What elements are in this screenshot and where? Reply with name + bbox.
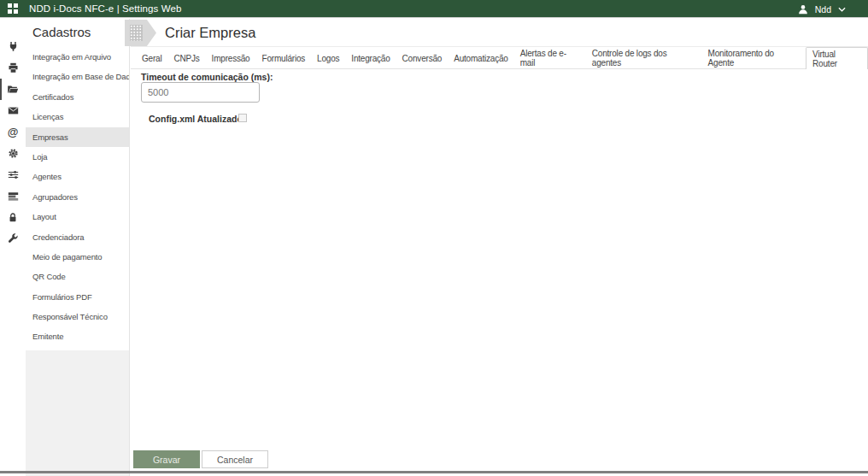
page-title: Criar Empresa <box>165 25 255 41</box>
app-title: NDD i-Docs NFC-e | Settings Web <box>29 3 181 14</box>
building-icon <box>130 25 143 41</box>
rail-item-logs[interactable] <box>0 185 26 207</box>
sidebar-item-agentes[interactable]: Agentes <box>26 167 129 186</box>
tab-alertas-de-email[interactable]: Alertas de e-mail <box>514 47 586 69</box>
sidebar-item-loja[interactable]: Loja <box>26 147 129 167</box>
user-menu[interactable]: Ndd <box>798 0 846 18</box>
sidebar-item-emitente[interactable]: Emitente <box>26 326 129 346</box>
rail-item-tools[interactable] <box>0 228 26 250</box>
tab-automatizacao[interactable]: Automatização <box>448 47 514 69</box>
tab-conversao[interactable]: Conversão <box>396 47 449 69</box>
topbar: NDD i-Docs NFC-e | Settings Web Ndd <box>0 0 868 18</box>
sidebar-item-empresas[interactable]: Empresas <box>26 127 129 147</box>
rail-item-printing[interactable] <box>0 57 26 79</box>
sidebar-item-agrupadores[interactable]: Agrupadores <box>26 187 129 207</box>
wrench-icon <box>8 233 19 244</box>
sidebar-title: Cadastros <box>26 19 129 47</box>
rail-item-preferences[interactable] <box>0 164 26 185</box>
main-content: Criar Empresa Geral CNPJs Impressão Form… <box>131 19 868 476</box>
rail-item-mail[interactable] <box>0 100 26 121</box>
rail-item-email-alerts[interactable]: @ <box>0 121 26 143</box>
sidebar-item-layout[interactable]: Layout <box>26 207 129 226</box>
printer-icon <box>8 62 19 73</box>
app-window: NDD i-Docs NFC-e | Settings Web Ndd <box>0 0 868 476</box>
sliders-icon <box>8 169 19 180</box>
tab-controle-de-logs[interactable]: Controle de logs dos agentes <box>586 47 702 69</box>
tab-bar: Geral CNPJs Impressão Formulários Logos … <box>131 46 868 69</box>
tab-formularios[interactable]: Formulários <box>255 47 311 69</box>
user-name: Ndd <box>815 4 831 15</box>
ndd-logo-icon <box>8 3 18 14</box>
save-button[interactable]: Gravar <box>133 450 200 468</box>
rail-item-security[interactable] <box>0 207 26 228</box>
configxml-checkbox[interactable] <box>238 114 247 122</box>
icon-rail: @ <box>0 19 26 476</box>
at-sign-icon: @ <box>8 126 19 138</box>
tab-logos[interactable]: Logos <box>311 47 345 69</box>
sidebar: Cadastros Integração em Arquivo Integraç… <box>26 19 130 476</box>
tab-monitoramento-do-agente[interactable]: Monitoramento do Agente <box>702 47 806 69</box>
sidebar-item-licencas[interactable]: Licenças <box>26 107 129 126</box>
rail-item-integrations[interactable] <box>0 36 26 57</box>
plug-icon <box>8 41 19 52</box>
gear-icon <box>8 148 19 159</box>
lock-icon <box>8 212 18 223</box>
user-icon <box>798 4 808 15</box>
sidebar-item-integracao-em-arquivo[interactable]: Integração em Arquivo <box>26 47 129 67</box>
sidebar-item-qr-code[interactable]: QR Code <box>26 267 129 286</box>
envelope-icon <box>8 105 19 116</box>
sidebar-item-certificados[interactable]: Certificados <box>26 87 129 107</box>
stack-icon <box>8 191 19 202</box>
page-header: Criar Empresa <box>125 20 255 46</box>
timeout-input[interactable] <box>141 82 260 103</box>
cancel-button[interactable]: Cancelar <box>202 450 268 468</box>
rail-item-registrations[interactable] <box>0 79 26 100</box>
tab-integracao[interactable]: Integração <box>345 47 396 69</box>
sidebar-item-integracao-em-base-de-dados[interactable]: Integração em Base de Dados <box>26 67 129 86</box>
sidebar-item-credenciadora[interactable]: Credenciadora <box>26 227 129 247</box>
tab-cnpjs[interactable]: CNPJs <box>167 47 205 69</box>
tab-geral[interactable]: Geral <box>136 47 167 69</box>
sidebar-item-formularios-pdf[interactable]: Formulários PDF <box>26 287 129 307</box>
tab-impressao[interactable]: Impressão <box>206 47 256 69</box>
horizontal-scrollbar[interactable] <box>0 471 868 473</box>
tab-virtual-router[interactable]: Virtual Router <box>806 47 868 69</box>
sidebar-item-meio-de-pagamento[interactable]: Meio de pagamento <box>26 247 129 267</box>
folder-open-icon <box>7 84 19 95</box>
chevron-down-icon <box>838 7 846 12</box>
timeout-label: Timeout de comunicação (ms): <box>141 72 273 82</box>
configxml-label: Config.xml Atualizado <box>149 114 243 124</box>
sidebar-item-responsavel-tecnico[interactable]: Responsável Técnico <box>26 307 129 326</box>
rail-item-settings[interactable] <box>0 143 26 164</box>
breadcrumb-arrow <box>125 20 156 46</box>
